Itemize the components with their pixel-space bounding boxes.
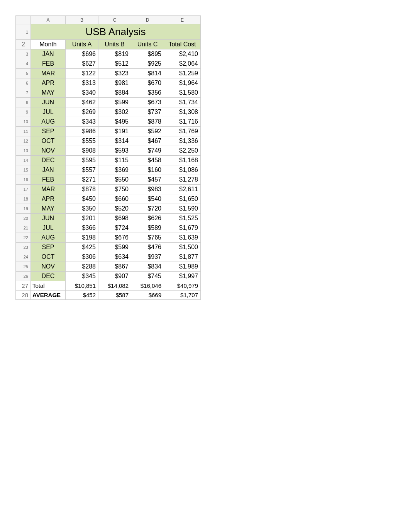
table-row: 8 JUN $462 $599 $673 $1,734 [16,98,201,107]
average-row: 28 AVERAGE $452 $587 $669 $1,707 [16,291,201,300]
col-header-b: B [66,16,98,24]
units-c-cell: $765 [131,233,164,243]
avg-label: AVERAGE [31,291,66,300]
row-num-5: 5 [16,69,31,78]
units-a-cell: $271 [66,175,98,185]
units-c-cell: $670 [131,78,164,88]
units-c-cell: $895 [131,49,164,59]
row-num-24: 24 [16,252,31,262]
units-c-cell: $834 [131,262,164,272]
table-row: 12 OCT $555 $314 $467 $1,336 [16,136,201,146]
units-a-cell: $908 [66,146,98,156]
units-b-cell: $676 [98,233,131,243]
row-num-26: 26 [16,272,31,281]
table-row: 5 MAR $122 $323 $814 $1,259 [16,69,201,78]
units-c-cell: $937 [131,252,164,262]
units-a-cell: $350 [66,204,98,214]
table-row: 3 JAN $696 $819 $895 $2,410 [16,49,201,59]
table-row: 19 MAY $350 $520 $720 $1,590 [16,204,201,214]
units-c-cell: $983 [131,185,164,194]
month-cell: FEB [31,59,66,69]
units-b-cell: $907 [98,272,131,281]
row-num-3: 3 [16,49,31,59]
units-c-cell: $589 [131,223,164,233]
units-a-cell: $627 [66,59,98,69]
units-a-cell: $986 [66,127,98,136]
total-cost-cell: $1,525 [164,214,201,223]
row-num-23: 23 [16,243,31,252]
units-b-cell: $981 [98,78,131,88]
total-row: 27 Total $10,851 $14,082 $16,046 $40,979 [16,281,201,291]
units-a-cell: $345 [66,272,98,281]
avg-units-c: $669 [131,291,164,300]
units-b-cell: $884 [98,88,131,98]
total-cost-cell: $1,734 [164,98,201,107]
total-cost-cell: $1,259 [164,69,201,78]
month-cell: NOV [31,262,66,272]
total-units-c: $16,046 [131,281,164,291]
header-units-c: Units C [131,40,164,49]
row-num-8: 8 [16,98,31,107]
month-cell: AUG [31,233,66,243]
spreadsheet-title: USB Analysis [31,24,201,40]
header-month: Month [31,40,66,49]
units-a-cell: $595 [66,156,98,165]
title-row: 1 USB Analysis [16,24,201,40]
total-cost-cell: $1,716 [164,117,201,127]
total-cost-cell: $1,580 [164,88,201,98]
month-cell: SEP [31,127,66,136]
total-cost-cell: $1,650 [164,194,201,204]
table-row: 22 AUG $198 $676 $765 $1,639 [16,233,201,243]
row-num-22: 22 [16,233,31,243]
row-num-10: 10 [16,117,31,127]
units-b-cell: $191 [98,127,131,136]
units-b-cell: $550 [98,175,131,185]
total-cost-cell: $1,964 [164,78,201,88]
total-cost-total: $40,979 [164,281,201,291]
month-cell: OCT [31,136,66,146]
month-cell: APR [31,194,66,204]
corner-cell [16,16,31,24]
month-cell: APR [31,78,66,88]
units-a-cell: $288 [66,262,98,272]
units-b-cell: $115 [98,156,131,165]
units-c-cell: $457 [131,175,164,185]
row-num-11: 11 [16,127,31,136]
units-b-cell: $819 [98,49,131,59]
total-cost-cell: $1,590 [164,204,201,214]
units-c-cell: $814 [131,69,164,78]
row-num-1: 1 [16,24,31,40]
total-cost-cell: $1,997 [164,272,201,281]
units-a-cell: $696 [66,49,98,59]
units-c-cell: $720 [131,204,164,214]
units-b-cell: $323 [98,69,131,78]
month-cell: SEP [31,243,66,252]
units-c-cell: $356 [131,88,164,98]
month-cell: NOV [31,146,66,156]
month-cell: AUG [31,117,66,127]
avg-total-cost: $1,707 [164,291,201,300]
units-b-cell: $314 [98,136,131,146]
table-row: 4 FEB $627 $512 $925 $2,064 [16,59,201,69]
table-row: 16 FEB $271 $550 $457 $1,278 [16,175,201,185]
units-a-cell: $343 [66,117,98,127]
col-header-d: D [131,16,164,24]
total-label: Total [31,281,66,291]
units-b-cell: $302 [98,107,131,117]
total-cost-cell: $1,308 [164,107,201,117]
table-row: 11 SEP $986 $191 $592 $1,769 [16,127,201,136]
units-b-cell: $495 [98,117,131,127]
row-num-6: 6 [16,78,31,88]
total-cost-cell: $1,989 [164,262,201,272]
month-cell: MAY [31,204,66,214]
units-a-cell: $450 [66,194,98,204]
total-cost-cell: $2,064 [164,59,201,69]
table-row: 10 AUG $343 $495 $878 $1,716 [16,117,201,127]
table-row: 17 MAR $878 $750 $983 $2,611 [16,185,201,194]
units-a-cell: $557 [66,165,98,175]
table-row: 25 NOV $288 $867 $834 $1,989 [16,262,201,272]
month-cell: DEC [31,156,66,165]
row-num-21: 21 [16,223,31,233]
units-a-cell: $340 [66,88,98,98]
row-num-20: 20 [16,214,31,223]
